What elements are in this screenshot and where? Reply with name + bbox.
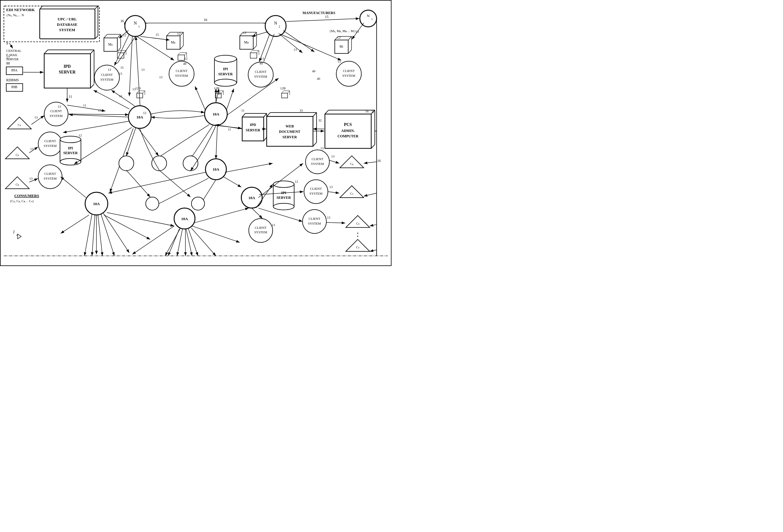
- svg-line-94: [137, 91, 139, 93]
- svg-text:3: 3: [371, 18, 373, 21]
- m1-label: M₁: [108, 42, 113, 46]
- svg-text:SYSTEM: SYSTEM: [44, 144, 57, 147]
- svg-text:C₂: C₂: [15, 153, 19, 157]
- svg-line-60: [253, 45, 256, 49]
- svg-line-259: [126, 128, 136, 156]
- svg-text:9: 9: [6, 41, 8, 45]
- svg-text:10A: 10A: [136, 115, 144, 119]
- svg-line-65: [348, 50, 352, 54]
- svg-point-154: [60, 136, 81, 143]
- small-cube-m3: [250, 53, 257, 58]
- svg-text:12': 12': [177, 32, 181, 35]
- svg-text:13: 13: [30, 147, 34, 151]
- svg-line-173: [313, 142, 316, 146]
- svg-text:11: 11: [69, 95, 72, 99]
- svg-text:SERVER: SERVER: [277, 196, 291, 200]
- svg-line-105: [288, 91, 290, 93]
- svg-line-224: [216, 125, 218, 159]
- edi-network-label: EDI NETWORK: [6, 7, 35, 12]
- svg-text:13: 13: [119, 94, 122, 98]
- svg-text:CLIENT: CLIENT: [255, 226, 267, 229]
- svg-text:IPI: IPI: [68, 146, 73, 150]
- svg-line-215: [63, 121, 129, 133]
- ipd-server-label: IPD: [64, 64, 71, 69]
- svg-line-16: [9, 43, 13, 48]
- svg-text:WEB: WEB: [286, 124, 294, 128]
- svg-text:12': 12': [123, 33, 127, 37]
- svg-text:15: 15: [120, 66, 124, 69]
- svg-text:10A: 10A: [248, 196, 255, 200]
- svg-text:SYSTEM: SYSTEM: [59, 28, 75, 32]
- svg-line-251: [370, 250, 376, 251]
- svg-text:33: 33: [300, 108, 303, 112]
- svg-text:CLIENT: CLIENT: [312, 157, 323, 161]
- svg-text:13: 13: [327, 215, 330, 219]
- svg-text:SYSTEM: SYSTEM: [342, 74, 355, 77]
- n-set-label: {N₁, N₂,… N: [6, 13, 24, 17]
- svg-text:SERVER: SERVER: [63, 151, 78, 155]
- svg-line-264: [92, 215, 95, 256]
- svg-point-86: [215, 55, 237, 62]
- consumers-label: CONSUMERS: [14, 193, 39, 198]
- svg-text:12B: 12B: [280, 87, 286, 90]
- svg-line-55: [180, 45, 183, 49]
- svg-text:10A: 10A: [213, 112, 220, 117]
- svg-line-229: [225, 163, 273, 172]
- svg-text:89B: 89B: [11, 85, 18, 89]
- svg-text:13: 13: [320, 146, 324, 150]
- svg-line-230: [61, 177, 86, 198]
- sub-hub-2: [191, 197, 205, 210]
- svg-line-133: [279, 34, 303, 53]
- svg-line-283: [283, 31, 315, 52]
- svg-text:13: 13: [108, 68, 111, 71]
- svg-line-99: [215, 91, 218, 93]
- svg-text:13: 13: [331, 155, 335, 158]
- svg-text:C₆: C₆: [356, 222, 359, 225]
- svg-line-247: [326, 223, 345, 223]
- svg-line-225: [108, 172, 206, 193]
- svg-marker-160: [18, 234, 21, 239]
- n3-node: [360, 10, 377, 27]
- svg-line-263: [85, 214, 92, 256]
- svg-text:SYSTEM: SYSTEM: [100, 78, 114, 81]
- svg-text:SYSTEM: SYSTEM: [254, 75, 267, 78]
- svg-line-218: [195, 87, 206, 111]
- svg-text:SYSTEM: SYSTEM: [308, 222, 321, 225]
- svg-text:16: 16: [204, 18, 207, 22]
- svg-text:CLIENT: CLIENT: [44, 172, 56, 175]
- svg-text:12: 12: [184, 57, 188, 60]
- svg-text:CLIENT: CLIENT: [310, 187, 322, 191]
- svg-text:COMPUTER: COMPUTER: [338, 134, 358, 138]
- intermediate-node-2: [119, 156, 134, 171]
- svg-line-42: [286, 19, 359, 22]
- svg-text:12': 12': [243, 31, 247, 34]
- svg-text:Cₙ: Cₙ: [356, 245, 359, 249]
- svg-text:16: 16: [120, 19, 124, 23]
- svg-text:12B: 12B: [214, 87, 219, 90]
- svg-line-228: [223, 177, 242, 187]
- svg-text:40: 40: [312, 69, 315, 73]
- svg-line-171: [313, 112, 316, 117]
- svg-text:16: 16: [365, 109, 368, 113]
- svg-text:CLIENT: CLIENT: [101, 73, 113, 76]
- svg-text:CLIENT: CLIENT: [309, 217, 320, 221]
- pcs-label: PCS: [344, 122, 352, 127]
- svg-line-272: [191, 228, 216, 256]
- svg-line-11: [40, 6, 42, 9]
- svg-text:13: 13: [29, 177, 33, 180]
- svg-point-203: [273, 203, 294, 210]
- svg-text:10A: 10A: [213, 167, 220, 171]
- svg-line-78: [250, 51, 252, 53]
- svg-line-145: [68, 114, 129, 114]
- svg-text:10A: 10A: [181, 217, 188, 221]
- svg-text:13: 13: [159, 75, 163, 79]
- intermediate-node-1: [152, 156, 167, 171]
- svg-text:CLIENT: CLIENT: [176, 69, 188, 73]
- svg-text:13: 13: [294, 48, 297, 51]
- svg-text:12': 12': [337, 36, 341, 39]
- svg-text:SYSTEM: SYSTEM: [311, 162, 324, 166]
- svg-line-163: [371, 144, 375, 148]
- svg-text:SYSTEM: SYSTEM: [254, 230, 267, 234]
- figure-number: 1: [13, 230, 15, 234]
- svg-point-202: [273, 181, 294, 188]
